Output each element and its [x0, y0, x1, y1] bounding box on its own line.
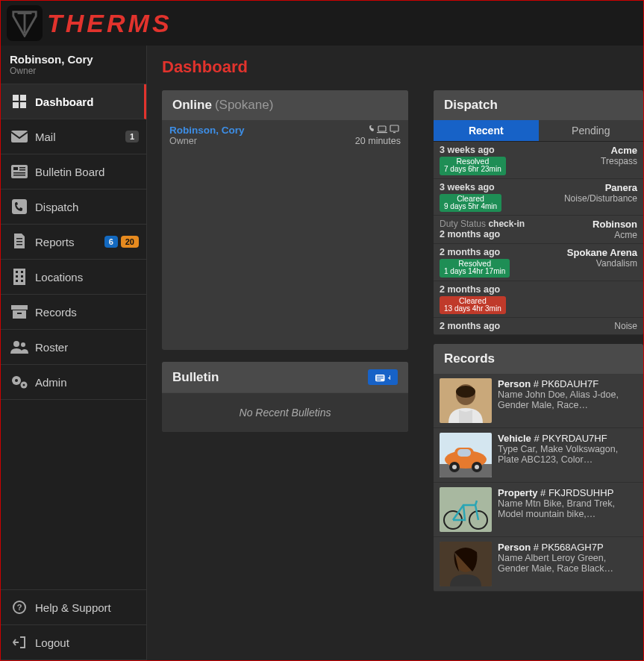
dispatch-row[interactable]: 2 months agoCleared13 days 4hr 3min [434, 281, 643, 319]
dispatch-calltype: Noise/Disturbance [564, 193, 637, 204]
news-icon [8, 163, 31, 180]
tab-recent[interactable]: Recent [434, 120, 539, 141]
svg-rect-8 [19, 169, 25, 171]
app-header: THERMS [1, 1, 643, 46]
dispatch-row[interactable]: 2 months agoResolved1 days 14hr 17minSpo… [434, 244, 643, 281]
svg-rect-49 [457, 449, 471, 457]
dispatch-row[interactable]: Duty Status check-in2 months agoRobinson… [434, 216, 643, 244]
nav-label: Records [35, 306, 77, 319]
bulletin-heading: Bulletin + [162, 362, 408, 392]
nav-dashboard[interactable]: Dashboard [1, 84, 146, 119]
record-thumb [440, 542, 492, 586]
dispatch-row[interactable]: 3 weeks agoCleared9 days 5hr 4minPaneraN… [434, 179, 643, 216]
dispatch-calltype: Noise [614, 321, 637, 331]
dispatch-tabs: Recent Pending [434, 120, 643, 142]
record-thumb [440, 487, 492, 532]
nav-bulletin-board[interactable]: Bulletin Board [1, 154, 146, 189]
online-user-name: Robinson, Cory [169, 125, 245, 136]
add-bulletin-button[interactable]: + [368, 369, 398, 385]
nav-locations[interactable]: Locations [1, 260, 146, 295]
svg-rect-1 [20, 95, 26, 101]
svg-rect-24 [17, 313, 22, 314]
status-pill: Resolved7 days 6hr 23min [440, 157, 506, 175]
nav-label: Locations [35, 271, 83, 283]
record-thumb [440, 378, 492, 423]
nav-reports[interactable]: Reports 6 20 [1, 225, 146, 260]
dispatch-row[interactable]: 3 weeks agoResolved7 days 6hr 23minAcmeT… [434, 142, 643, 179]
online-user-row[interactable]: Robinson, Cory Owner 20 m [162, 120, 408, 154]
online-heading: Online (Spokane) [162, 90, 408, 120]
online-time: 20 minutes [355, 136, 401, 146]
grid-icon [8, 93, 31, 110]
device-icons [355, 125, 401, 136]
record-row[interactable]: Person # PK6DAUH7FName John Doe, Alias J… [434, 374, 643, 428]
nav-logout[interactable]: Logout [1, 625, 146, 660]
dispatch-location: Acme [601, 145, 637, 156]
nav-roster[interactable]: Roster [1, 330, 146, 365]
record-desc: Type Car, Make Volkswagon, Plate ABC123,… [498, 444, 637, 465]
svg-rect-5 [11, 165, 28, 178]
nav-label: Admin [35, 376, 67, 389]
dispatch-ago: 2 months ago [440, 229, 525, 239]
svg-rect-13 [16, 241, 22, 242]
nav-dispatch[interactable]: Dispatch [1, 189, 146, 225]
record-title: Person # PK568AGH7P [498, 542, 637, 553]
online-user-role: Owner [169, 136, 245, 146]
record-title: Person # PK6DAUH7F [498, 378, 637, 389]
svg-rect-23 [13, 310, 26, 319]
svg-rect-20 [16, 280, 18, 282]
nav-mail[interactable]: Mail 1 [1, 119, 146, 154]
main-content: Dashboard Online (Spokane) Robinson, Cor… [147, 46, 643, 660]
status-pill: Cleared13 days 4hr 3min [440, 296, 506, 315]
building-icon [8, 269, 31, 285]
svg-rect-15 [13, 269, 25, 285]
nav-records[interactable]: Records [1, 295, 146, 330]
logo-badge [7, 5, 43, 41]
svg-text:?: ? [17, 603, 22, 612]
online-card: Online (Spokane) Robinson, Cory Owner [162, 90, 408, 350]
svg-point-30 [23, 384, 25, 386]
record-row[interactable]: Vehicle # PKYRDAU7HFType Car, Make Volks… [434, 428, 643, 483]
svg-rect-40 [377, 379, 381, 380]
records-heading: Records [434, 344, 643, 374]
nav-admin[interactable]: Admin [1, 365, 146, 400]
nav-label: Logout [35, 636, 69, 649]
svg-point-25 [13, 341, 19, 347]
svg-rect-3 [20, 102, 26, 108]
svg-rect-19 [21, 275, 23, 278]
svg-rect-7 [19, 167, 25, 169]
user-role: Owner [10, 66, 137, 76]
nav-label: Help & Support [35, 601, 111, 614]
bulletin-card: Bulletin + No Recent Bulletins [162, 362, 408, 432]
svg-rect-14 [16, 244, 22, 245]
svg-rect-4 [11, 131, 28, 142]
record-row[interactable]: Property # FKJRDSUHHPName Mtn Bike, Bran… [434, 483, 643, 537]
dispatch-row[interactable]: 2 months agoNoise [434, 318, 643, 335]
svg-rect-6 [13, 167, 18, 170]
page-title: Dashboard [162, 57, 643, 77]
dispatch-location: Robinson [593, 219, 637, 230]
help-icon: ? [8, 599, 31, 615]
nav-label: Dashboard [35, 95, 93, 108]
record-desc: Name Albert Leroy Green, Gender Male, Ra… [498, 553, 637, 574]
reports-badge-blue: 6 [104, 236, 118, 248]
record-row[interactable]: Person # PK568AGH7PName Albert Leroy Gre… [434, 537, 643, 592]
record-title: Property # FKJRDSUHHP [498, 487, 637, 498]
nav-help[interactable]: ? Help & Support [1, 590, 146, 625]
svg-rect-33 [378, 126, 386, 131]
checkin-label: Duty Status check-in [440, 219, 525, 229]
record-desc: Name John Doe, Alias J-doe, Gender Male,… [498, 389, 637, 410]
svg-point-53 [475, 465, 479, 469]
current-user[interactable]: Robinson, Cory Owner [1, 46, 146, 84]
shield-logo-icon [10, 9, 39, 37]
dispatch-ago: 3 weeks ago [440, 182, 501, 192]
mail-count-badge: 1 [125, 131, 139, 142]
svg-rect-35 [390, 125, 398, 131]
records-list: Person # PK6DAUH7FName John Doe, Alias J… [434, 374, 643, 592]
dispatch-location: Spokane Arena [567, 247, 637, 258]
svg-point-28 [15, 379, 18, 382]
brand-wordmark: THERMS [47, 9, 172, 38]
archive-icon [8, 304, 31, 320]
svg-rect-10 [13, 175, 25, 176]
tab-pending[interactable]: Pending [539, 120, 644, 141]
